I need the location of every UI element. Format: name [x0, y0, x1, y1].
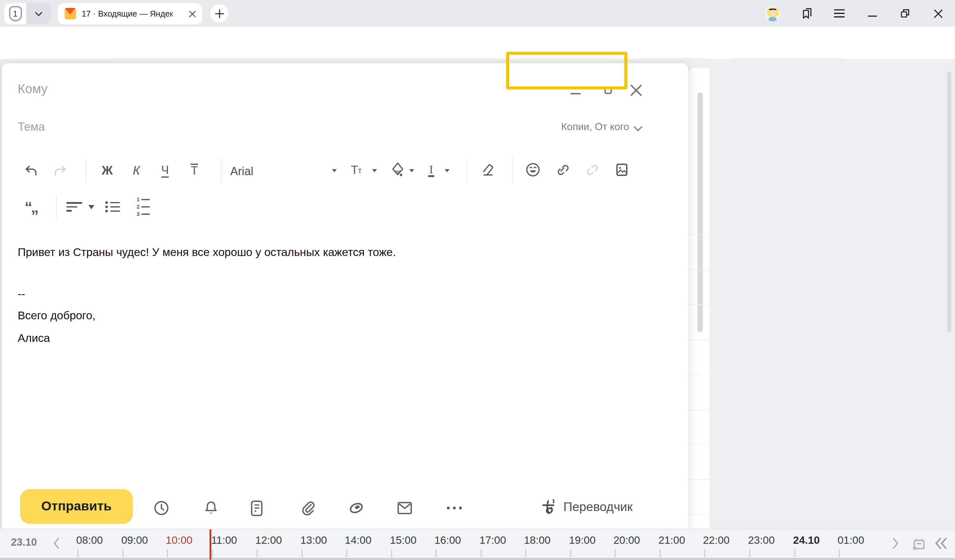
insert-link-button[interactable] [553, 161, 571, 179]
timeline-collapse-button[interactable] [933, 535, 949, 551]
insert-image-button[interactable] [613, 161, 631, 179]
mail-list-scrollbar[interactable] [697, 92, 703, 332]
compose-expand-button[interactable] [604, 86, 612, 94]
timeline-time[interactable]: 14:00 [345, 534, 371, 547]
redo-button[interactable] [52, 162, 69, 179]
text-color-caret-icon[interactable] [443, 167, 451, 174]
align-caret-icon[interactable] [87, 203, 96, 211]
font-size-caret-icon[interactable] [371, 167, 378, 174]
timeline-tick [122, 549, 124, 557]
bullet-list-button[interactable] [103, 197, 122, 217]
timeline-time[interactable]: 16:00 [434, 534, 461, 547]
timeline-time[interactable]: 15:00 [390, 534, 417, 547]
email-signature-name[interactable]: Алиса [17, 332, 50, 345]
close-icon [629, 84, 642, 96]
chevron-right-icon [892, 537, 899, 549]
timeline-time-current[interactable]: 10:00 [166, 534, 193, 547]
timeline-prev-button[interactable] [51, 535, 61, 551]
tab-stack-icon: 1 [9, 6, 22, 21]
cc-from-chevron-icon[interactable] [633, 123, 643, 133]
more-actions-button[interactable] [444, 499, 465, 517]
timeline-mid-date[interactable]: 24.10 [793, 534, 820, 547]
remove-link-button[interactable] [582, 161, 600, 179]
timeline-time[interactable]: 13:00 [300, 534, 327, 547]
strikethrough-button[interactable]: Т [186, 162, 203, 179]
window-bottom-edge [0, 558, 955, 560]
align-button[interactable] [65, 198, 83, 215]
timeline-time[interactable]: 12:00 [255, 534, 282, 547]
italic-button[interactable]: К [128, 162, 145, 179]
active-tab[interactable]: 17 · Входящие — Яндек [58, 3, 202, 25]
browser-window: 1 17 · Входящие — Яндек [0, 0, 955, 560]
clear-formatting-button[interactable] [479, 161, 497, 179]
cc-from-toggle[interactable]: Копии, От кого [489, 121, 629, 133]
tab-counter-button[interactable]: 1 [4, 3, 26, 25]
timeline-next-button[interactable] [890, 535, 900, 551]
bold-button[interactable]: Ж [99, 162, 116, 179]
mail-row-divider [689, 339, 709, 340]
numbered-list-button[interactable]: 1 2 3 [133, 197, 153, 217]
timeline-calendar-button[interactable] [910, 535, 927, 553]
timeline-time[interactable]: 11:00 [211, 534, 237, 547]
envelope-icon [396, 501, 413, 515]
timeline-time[interactable]: 21:00 [658, 534, 685, 547]
attach-file-button[interactable] [299, 499, 317, 517]
timeline-tick [704, 549, 705, 557]
message-options-button[interactable] [395, 499, 413, 517]
tab-close-icon[interactable] [187, 9, 197, 19]
stamp-button[interactable] [347, 499, 365, 517]
to-field[interactable]: Кому [17, 81, 47, 96]
new-tab-button[interactable] [210, 4, 228, 22]
timeline-time[interactable]: 17:00 [479, 534, 506, 547]
window-close-button[interactable] [932, 0, 944, 27]
double-chevron-left-icon [934, 537, 948, 549]
stamp-seal-icon [347, 499, 365, 517]
translator-button[interactable] [539, 497, 558, 518]
text-color-button[interactable]: I [423, 162, 440, 179]
window-minimize-button[interactable] [866, 0, 878, 27]
bookmarks-panel-button[interactable] [800, 0, 814, 27]
emoji-button[interactable] [524, 161, 542, 179]
email-body-line[interactable]: Привет из Страны чудес! У меня все хорош… [17, 246, 396, 259]
compose-minimize-button[interactable] [569, 85, 582, 96]
compose-close-button[interactable] [629, 83, 643, 97]
font-size-button[interactable]: Тт [344, 162, 369, 179]
timeline-time[interactable]: 19:00 [569, 534, 596, 547]
compose-window: Кому Тема Копии, От кого Ж К Ч Т Arial [2, 63, 688, 529]
timeline-tick [301, 549, 302, 557]
send-button[interactable]: Отправить [20, 489, 133, 524]
window-restore-button[interactable] [899, 0, 911, 27]
notify-button[interactable] [202, 499, 220, 517]
mail-row-divider [689, 479, 709, 480]
timeline-tick [659, 549, 661, 557]
profile-avatar[interactable] [765, 6, 780, 21]
font-family-caret-icon[interactable] [331, 167, 338, 174]
timeline-tick [525, 549, 526, 557]
font-family-select[interactable]: Arial [230, 165, 254, 178]
timeline-current-position-marker [210, 529, 211, 560]
timeline-time[interactable]: 20:00 [614, 534, 640, 547]
schedule-send-button[interactable] [152, 499, 170, 517]
timeline-time[interactable]: 09:00 [121, 534, 148, 547]
numbered-list-icon: 1 2 3 [137, 195, 150, 218]
translator-label[interactable]: Переводчик [564, 499, 632, 514]
subject-field[interactable]: Тема [17, 120, 45, 134]
underline-button[interactable]: Ч [157, 162, 174, 179]
blockquote-button[interactable]: “„ [17, 198, 44, 215]
email-signature-line[interactable]: Всего доброго, [17, 309, 95, 323]
undo-button[interactable] [22, 162, 39, 179]
avatar-dress [769, 17, 777, 21]
timeline-time[interactable]: 23:00 [748, 534, 775, 547]
page-scrollbar[interactable] [947, 72, 951, 332]
timeline-time[interactable]: 18:00 [524, 534, 551, 547]
timeline-time[interactable]: 01:00 [838, 534, 864, 547]
link-icon [555, 162, 570, 177]
browser-menu-button[interactable] [832, 0, 847, 27]
templates-button[interactable] [247, 499, 266, 517]
tab-list-dropdown-button[interactable] [26, 3, 51, 25]
timeline-time[interactable]: 08:00 [76, 534, 103, 547]
highlight-color-button[interactable] [389, 161, 407, 179]
highlight-color-caret-icon[interactable] [408, 167, 415, 174]
timeline-time[interactable]: 22:00 [703, 534, 730, 547]
email-signature-separator[interactable]: -- [17, 287, 25, 301]
